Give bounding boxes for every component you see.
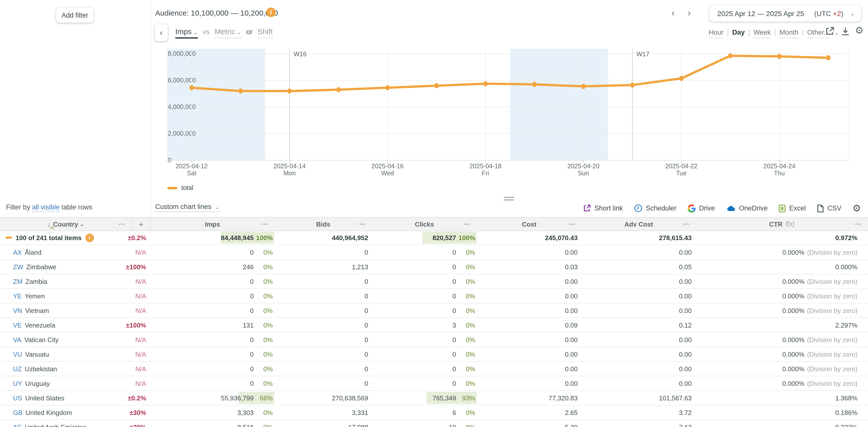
cell-cost: 0.00 [477, 347, 582, 361]
column-options-icon[interactable]: ⋯ [569, 220, 576, 228]
clicks-value: 0 [453, 263, 456, 271]
table-row[interactable]: VAVatican CityN/A00%000%0.000.000.000%(D… [0, 333, 868, 347]
country-code-link[interactable]: AX [13, 248, 22, 256]
table-row[interactable]: AEUnited Arab Emirates±20%8,5160%17,9881… [0, 420, 868, 427]
sort-descending-icon[interactable]: ↓m [47, 220, 51, 228]
export-scheduler[interactable]: Scheduler [634, 204, 677, 213]
column-options-icon[interactable]: ⋯ [261, 220, 268, 228]
legend-label[interactable]: total [181, 184, 193, 191]
export-onedrive[interactable]: OneDrive [726, 205, 768, 212]
country-code-link[interactable]: US [13, 394, 22, 402]
country-code-link[interactable]: GB [13, 409, 23, 416]
cell-bids: 0 [274, 362, 372, 376]
column-options-icon[interactable]: ⋯ [855, 220, 862, 228]
column-header-cost[interactable]: Cost⋯ [477, 217, 582, 231]
country-code-link[interactable]: AE [13, 423, 22, 427]
country-name: United Kingdom [26, 409, 72, 416]
table-row[interactable]: GBUnited Kingdom±30%3,3030%3,33160%2.653… [0, 405, 868, 420]
custom-chart-lines-dropdown[interactable]: Custom chart lines ⌄ [155, 203, 219, 212]
table-row[interactable]: VEVenezuela±100%1310%030%0.090.122.297% [0, 318, 868, 333]
date-next-button[interactable]: › [688, 8, 691, 19]
column-header-adv-cost[interactable]: Adv Cost⋯ [582, 217, 696, 231]
cell-country: ZWZimbabwe [0, 263, 116, 271]
data-point [728, 53, 733, 59]
chart-back-button[interactable]: ‹ [155, 24, 168, 41]
add-filter-button[interactable]: Add filter [56, 7, 93, 23]
column-options-icon[interactable]: ⋯ [683, 220, 690, 228]
metric-secondary-dropdown[interactable]: Metric⌄ [215, 27, 241, 38]
export-drive[interactable]: Drive [687, 204, 715, 212]
cell-imps: 00% [151, 333, 274, 347]
data-point [385, 85, 390, 90]
column-header-imps[interactable]: Imps⋯ [151, 217, 274, 231]
clicks-value: 0 [453, 248, 456, 256]
country-code-link[interactable]: VN [13, 307, 22, 314]
table-total-row[interactable]: 100 of 241 total itemsi±0.2%84,448,94510… [0, 231, 868, 245]
country-code-link[interactable]: ZM [13, 278, 23, 285]
data-point [336, 87, 341, 92]
cell-clicks: 00% [372, 333, 477, 347]
granularity-week[interactable]: Week [753, 29, 771, 38]
x-axis-day-label: Tue [676, 170, 687, 177]
clicks-value: 0 [453, 365, 456, 372]
country-code-link[interactable]: VE [13, 321, 22, 329]
country-code-link[interactable]: ZW [13, 263, 23, 271]
metric-primary-dropdown[interactable]: Imps⌄ [175, 27, 198, 39]
granularity-month[interactable]: Month [780, 29, 799, 38]
imps-value: 84,448,945 [221, 234, 254, 241]
table-row[interactable]: ZWZimbabwe±100%2460%1,21300%0.030.050.00… [0, 260, 868, 274]
shift-selector[interactable]: Shift [258, 27, 273, 38]
ctr-note: (Division by zero) [807, 307, 858, 314]
bids-value: 0 [365, 350, 372, 358]
info-icon[interactable]: i [85, 233, 94, 242]
add-column-button[interactable]: + [132, 217, 151, 231]
imps-value: 0 [250, 350, 254, 358]
column-header-country[interactable]: ↓m Country⌄ ⋯ [0, 217, 132, 231]
table-row[interactable]: ZMZambiaN/A00%000%0.000.000.000%(Divisio… [0, 274, 868, 289]
weekend-band [510, 49, 608, 160]
export-excel[interactable]: Excel [779, 204, 806, 212]
country-code-link[interactable]: UZ [13, 365, 22, 372]
imps-value: 0 [250, 292, 254, 300]
column-header-clicks[interactable]: Clicks⋯ [372, 217, 477, 231]
country-code-link[interactable]: VU [13, 350, 22, 358]
column-header-bids[interactable]: Bids⋯ [274, 217, 372, 231]
cell-bids: 0 [274, 347, 372, 361]
cell-imps: 00% [151, 274, 274, 288]
excel-icon [779, 204, 786, 212]
country-code-link[interactable]: YE [13, 292, 22, 300]
table-row[interactable]: AXÅlandN/A00%000%0.000.000.000%(Division… [0, 245, 868, 260]
country-code-link[interactable]: VA [13, 336, 21, 343]
total-items-label: 100 of 241 total items [16, 234, 82, 241]
all-visible-link[interactable]: all visible [32, 204, 60, 212]
column-options-icon[interactable]: ⋯ [359, 220, 366, 228]
table-row[interactable]: USUnited States±0.2%55,936,79966%270,638… [0, 391, 868, 405]
date-range-picker[interactable]: 2025 Apr 12 — 2025 Apr 25 (UTC +2) ⌄ [709, 5, 861, 22]
bids-value: 1,213 [352, 263, 372, 271]
gear-icon[interactable]: ⚙ [852, 203, 861, 214]
export-csv[interactable]: CSV [817, 204, 841, 212]
open-in-new-icon[interactable] [825, 26, 835, 36]
export-short-link[interactable]: Short link [583, 204, 623, 213]
download-icon[interactable] [840, 26, 850, 36]
table-row[interactable]: VNVietnamN/A00%000%0.000.000.000%(Divisi… [0, 303, 868, 318]
table-row[interactable]: UYUruguayN/A00%000%0.000.000.000%(Divisi… [0, 376, 868, 391]
cell-ctr: 0.000%(Division by zero) [696, 365, 868, 372]
granularity-hour[interactable]: Hour [709, 29, 723, 38]
adv-cost-value: 0.05 [679, 263, 696, 271]
gear-icon[interactable]: ⚙ [855, 25, 864, 36]
column-options-icon[interactable]: ⋯ [119, 220, 126, 228]
cell-cost: 0.00 [477, 333, 582, 347]
resize-handle[interactable] [504, 197, 514, 202]
export-item-label: CSV [827, 205, 841, 212]
column-header-ctr[interactable]: CTRf(x) ⋯ [696, 217, 868, 231]
granularity-day[interactable]: Day [733, 29, 745, 38]
cell-adv-cost: 0.00 [582, 376, 696, 390]
table-row[interactable]: VUVanuatuN/A00%000%0.000.000.000%(Divisi… [0, 347, 868, 362]
date-prev-button[interactable]: ‹ [672, 8, 675, 19]
table-row[interactable]: UZUzbekistanN/A00%000%0.000.000.000%(Div… [0, 362, 868, 376]
audience-info-icon[interactable]: i [266, 7, 276, 17]
country-code-link[interactable]: UY [13, 379, 22, 387]
column-options-icon[interactable]: ⋯ [464, 220, 471, 228]
table-row[interactable]: YEYemenN/A00%000%0.000.000.000%(Division… [0, 289, 868, 303]
